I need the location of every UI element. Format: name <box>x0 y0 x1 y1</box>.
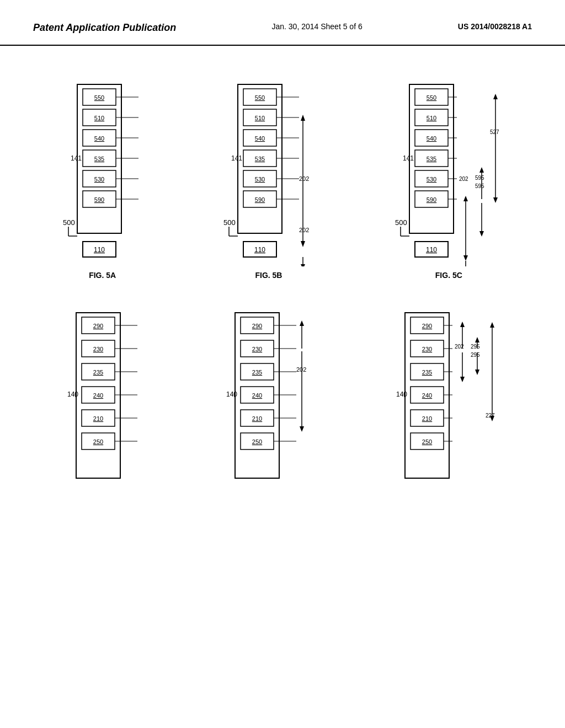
svg-text:230: 230 <box>252 346 262 352</box>
main-content: 500 141 550 510 <box>0 46 565 517</box>
page-header: Patent Application Publication Jan. 30, … <box>0 0 565 46</box>
svg-marker-176 <box>475 337 479 342</box>
svg-text:500: 500 <box>63 218 75 227</box>
svg-marker-181 <box>490 416 494 421</box>
svg-text:500: 500 <box>395 218 407 227</box>
svg-text:290: 290 <box>252 323 262 329</box>
svg-text:235: 235 <box>252 369 262 376</box>
svg-text:250: 250 <box>422 438 432 445</box>
svg-marker-178 <box>475 370 479 375</box>
svg-text:500: 500 <box>223 218 236 227</box>
svg-text:595: 595 <box>475 183 484 189</box>
svg-text:235: 235 <box>422 369 432 376</box>
svg-text:110: 110 <box>254 246 265 254</box>
svg-marker-146 <box>300 426 304 432</box>
svg-text:540: 540 <box>255 135 265 142</box>
sheet-info: Jan. 30, 2014 Sheet 5 of 6 <box>271 22 362 31</box>
svg-text:540: 540 <box>94 135 104 142</box>
svg-marker-88 <box>463 255 468 261</box>
svg-text:141: 141 <box>231 154 242 162</box>
svg-marker-172 <box>460 377 465 382</box>
svg-marker-144 <box>300 320 304 326</box>
svg-text:202: 202 <box>459 176 468 182</box>
svg-text:540: 540 <box>427 135 436 142</box>
fig-bottom-a: 140 290 230 235 240 <box>52 307 151 500</box>
svg-text:530: 530 <box>427 176 436 183</box>
svg-text:510: 510 <box>427 115 436 121</box>
svg-text:535: 535 <box>255 156 265 162</box>
svg-text:250: 250 <box>252 438 262 445</box>
svg-text:590: 590 <box>255 196 265 203</box>
publication-title: Patent Application Publication <box>33 22 176 34</box>
svg-text:202: 202 <box>299 227 309 233</box>
svg-text:295: 295 <box>471 352 480 358</box>
svg-text:230: 230 <box>93 346 103 352</box>
svg-marker-170 <box>460 322 465 327</box>
svg-text:527: 527 <box>490 129 499 135</box>
svg-text:550: 550 <box>427 94 436 101</box>
fig-5b: 500 141 550 510 540 <box>214 79 324 280</box>
svg-marker-93 <box>479 167 484 173</box>
fig-5a: 500 141 550 510 <box>53 79 152 280</box>
fig-5b-svg: 500 141 550 510 540 <box>214 79 324 266</box>
patent-number: US 2014/0028218 A1 <box>458 22 532 31</box>
svg-text:590: 590 <box>427 196 436 203</box>
svg-text:210: 210 <box>252 415 262 422</box>
svg-text:530: 530 <box>94 176 104 183</box>
fig-5c-svg: 500 141 550 510 540 <box>385 79 512 266</box>
svg-marker-87 <box>463 196 468 201</box>
svg-text:141: 141 <box>403 154 414 162</box>
svg-text:510: 510 <box>94 115 104 121</box>
svg-marker-52 <box>301 115 305 121</box>
fig-bottom-c-svg: 140 290 230 235 240 <box>381 307 513 500</box>
svg-text:590: 590 <box>94 196 104 203</box>
fig-bottom-b: 140 290 230 235 240 <box>211 307 321 500</box>
svg-text:535: 535 <box>94 156 104 162</box>
svg-text:550: 550 <box>255 94 265 101</box>
svg-text:202: 202 <box>296 366 306 373</box>
svg-text:550: 550 <box>94 94 104 101</box>
svg-marker-98 <box>493 94 498 99</box>
svg-text:535: 535 <box>427 156 436 162</box>
svg-text:235: 235 <box>93 369 103 376</box>
svg-text:140: 140 <box>226 390 237 398</box>
svg-text:530: 530 <box>255 176 265 183</box>
svg-text:290: 290 <box>422 323 432 329</box>
fig-5c: 500 141 550 510 540 <box>385 79 512 280</box>
svg-text:295: 295 <box>471 344 480 350</box>
svg-marker-58 <box>301 264 305 266</box>
svg-text:230: 230 <box>422 346 432 352</box>
fig-5a-svg: 500 141 550 510 <box>53 79 152 266</box>
svg-text:240: 240 <box>422 392 432 399</box>
fig-5c-label: FIG. 5C <box>435 271 462 280</box>
svg-text:240: 240 <box>252 392 262 399</box>
svg-text:210: 210 <box>93 415 103 422</box>
svg-text:202: 202 <box>299 175 309 182</box>
fig-5a-label: FIG. 5A <box>89 271 116 280</box>
svg-marker-182 <box>490 322 494 328</box>
svg-marker-99 <box>493 197 498 203</box>
fig-bottom-b-svg: 140 290 230 235 240 <box>211 307 321 500</box>
fig-5b-label: FIG. 5B <box>255 271 282 280</box>
svg-text:140: 140 <box>67 390 78 398</box>
svg-text:140: 140 <box>396 390 407 398</box>
svg-text:240: 240 <box>93 392 103 399</box>
svg-marker-95 <box>479 231 484 237</box>
svg-text:141: 141 <box>71 154 82 162</box>
svg-text:290: 290 <box>93 323 103 329</box>
svg-text:595: 595 <box>475 175 484 181</box>
svg-text:250: 250 <box>93 438 103 445</box>
svg-text:110: 110 <box>426 246 437 254</box>
svg-marker-53 <box>301 241 305 247</box>
fig-bottom-c: 140 290 230 235 240 <box>381 307 513 500</box>
fig-bottom-a-svg: 140 290 230 235 240 <box>52 307 151 500</box>
svg-text:510: 510 <box>255 115 265 121</box>
page: Patent Application Publication Jan. 30, … <box>0 0 565 728</box>
svg-text:110: 110 <box>94 246 105 254</box>
svg-text:210: 210 <box>422 415 432 422</box>
